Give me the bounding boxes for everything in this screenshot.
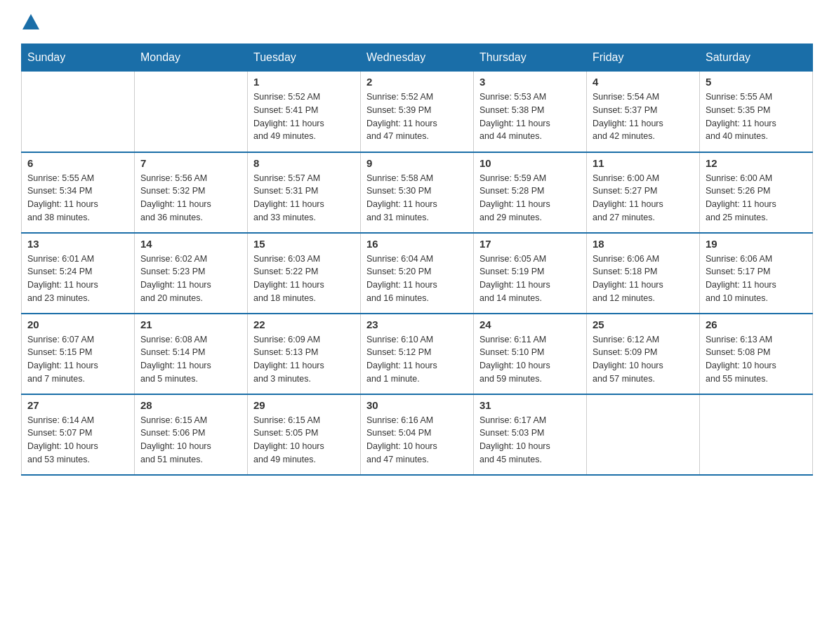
calendar-week-row: 20Sunrise: 6:07 AMSunset: 5:15 PMDayligh…	[22, 314, 813, 394]
calendar-cell: 28Sunrise: 6:15 AMSunset: 5:06 PMDayligh…	[135, 394, 248, 475]
day-info: Sunrise: 6:10 AMSunset: 5:12 PMDaylight:…	[366, 333, 468, 386]
day-info: Sunrise: 6:06 AMSunset: 5:17 PMDaylight:…	[706, 253, 807, 305]
day-number: 3	[479, 76, 581, 88]
day-info: Sunrise: 6:11 AMSunset: 5:10 PMDaylight:…	[479, 333, 581, 386]
calendar-cell	[700, 394, 813, 475]
day-number: 14	[140, 238, 241, 250]
day-info: Sunrise: 6:03 AMSunset: 5:22 PMDaylight:…	[253, 253, 355, 305]
calendar-cell: 24Sunrise: 6:11 AMSunset: 5:10 PMDayligh…	[474, 314, 587, 394]
day-info: Sunrise: 6:00 AMSunset: 5:27 PMDaylight:…	[593, 172, 694, 224]
calendar-cell: 25Sunrise: 6:12 AMSunset: 5:09 PMDayligh…	[587, 314, 700, 394]
calendar-cell: 18Sunrise: 6:06 AMSunset: 5:18 PMDayligh…	[587, 233, 700, 314]
calendar-cell: 2Sunrise: 5:52 AMSunset: 5:39 PMDaylight…	[361, 72, 474, 152]
calendar-cell: 31Sunrise: 6:17 AMSunset: 5:03 PMDayligh…	[474, 394, 587, 475]
day-info: Sunrise: 5:56 AMSunset: 5:32 PMDaylight:…	[140, 172, 241, 224]
calendar-cell: 29Sunrise: 6:15 AMSunset: 5:05 PMDayligh…	[248, 394, 361, 475]
day-number: 10	[479, 157, 581, 169]
calendar-cell: 23Sunrise: 6:10 AMSunset: 5:12 PMDayligh…	[361, 314, 474, 394]
calendar-cell: 1Sunrise: 5:52 AMSunset: 5:41 PMDaylight…	[248, 72, 361, 152]
calendar-cell: 14Sunrise: 6:02 AMSunset: 5:23 PMDayligh…	[135, 233, 248, 314]
calendar-week-row: 13Sunrise: 6:01 AMSunset: 5:24 PMDayligh…	[22, 233, 813, 314]
calendar-cell	[22, 72, 135, 152]
calendar-cell: 7Sunrise: 5:56 AMSunset: 5:32 PMDaylight…	[135, 152, 248, 233]
day-number: 7	[140, 157, 241, 169]
calendar-cell: 5Sunrise: 5:55 AMSunset: 5:35 PMDaylight…	[700, 72, 813, 152]
day-number: 28	[140, 399, 241, 411]
day-number: 23	[366, 318, 468, 330]
calendar-week-row: 27Sunrise: 6:14 AMSunset: 5:07 PMDayligh…	[22, 394, 813, 475]
calendar-cell: 16Sunrise: 6:04 AMSunset: 5:20 PMDayligh…	[361, 233, 474, 314]
calendar-cell: 27Sunrise: 6:14 AMSunset: 5:07 PMDayligh…	[22, 394, 135, 475]
weekday-header-saturday: Saturday	[700, 44, 813, 72]
calendar-cell: 30Sunrise: 6:16 AMSunset: 5:04 PMDayligh…	[361, 394, 474, 475]
calendar-week-row: 6Sunrise: 5:55 AMSunset: 5:34 PMDaylight…	[22, 152, 813, 233]
calendar-cell: 8Sunrise: 5:57 AMSunset: 5:31 PMDaylight…	[248, 152, 361, 233]
day-info: Sunrise: 5:57 AMSunset: 5:31 PMDaylight:…	[253, 172, 355, 224]
page-header	[21, 14, 813, 29]
day-number: 4	[593, 76, 694, 88]
calendar-cell: 4Sunrise: 5:54 AMSunset: 5:37 PMDaylight…	[587, 72, 700, 152]
day-info: Sunrise: 6:15 AMSunset: 5:06 PMDaylight:…	[140, 414, 241, 467]
day-info: Sunrise: 6:16 AMSunset: 5:04 PMDaylight:…	[366, 414, 468, 467]
calendar-cell: 3Sunrise: 5:53 AMSunset: 5:38 PMDaylight…	[474, 72, 587, 152]
day-number: 9	[366, 157, 468, 169]
calendar-cell: 15Sunrise: 6:03 AMSunset: 5:22 PMDayligh…	[248, 233, 361, 314]
logo-text	[21, 14, 41, 29]
day-number: 16	[366, 238, 468, 250]
day-number: 24	[479, 318, 581, 330]
day-info: Sunrise: 6:00 AMSunset: 5:26 PMDaylight:…	[706, 172, 807, 224]
weekday-header-friday: Friday	[587, 44, 700, 72]
day-info: Sunrise: 6:07 AMSunset: 5:15 PMDaylight:…	[27, 333, 128, 386]
day-number: 17	[479, 238, 581, 250]
day-info: Sunrise: 5:53 AMSunset: 5:38 PMDaylight:…	[479, 90, 581, 143]
day-info: Sunrise: 6:02 AMSunset: 5:23 PMDaylight:…	[140, 253, 241, 305]
calendar-table: SundayMondayTuesdayWednesdayThursdayFrid…	[21, 43, 813, 476]
day-number: 27	[27, 399, 128, 411]
day-info: Sunrise: 6:15 AMSunset: 5:05 PMDaylight:…	[253, 414, 355, 467]
logo-triangle-icon	[22, 14, 39, 29]
calendar-week-row: 1Sunrise: 5:52 AMSunset: 5:41 PMDaylight…	[22, 72, 813, 152]
calendar-cell	[135, 72, 248, 152]
day-number: 26	[706, 318, 807, 330]
day-number: 31	[479, 399, 581, 411]
calendar-cell	[587, 394, 700, 475]
day-number: 12	[706, 157, 807, 169]
calendar-cell: 12Sunrise: 6:00 AMSunset: 5:26 PMDayligh…	[700, 152, 813, 233]
calendar-cell: 11Sunrise: 6:00 AMSunset: 5:27 PMDayligh…	[587, 152, 700, 233]
day-number: 20	[27, 318, 128, 330]
day-info: Sunrise: 5:54 AMSunset: 5:37 PMDaylight:…	[593, 90, 694, 143]
day-info: Sunrise: 5:58 AMSunset: 5:30 PMDaylight:…	[366, 172, 468, 224]
day-info: Sunrise: 6:14 AMSunset: 5:07 PMDaylight:…	[27, 414, 128, 467]
day-number: 13	[27, 238, 128, 250]
day-number: 21	[140, 318, 241, 330]
day-number: 19	[706, 238, 807, 250]
day-info: Sunrise: 5:52 AMSunset: 5:41 PMDaylight:…	[253, 90, 355, 143]
weekday-header-wednesday: Wednesday	[361, 44, 474, 72]
day-info: Sunrise: 5:59 AMSunset: 5:28 PMDaylight:…	[479, 172, 581, 224]
day-number: 6	[27, 157, 128, 169]
calendar-cell: 9Sunrise: 5:58 AMSunset: 5:30 PMDaylight…	[361, 152, 474, 233]
day-number: 18	[593, 238, 694, 250]
day-info: Sunrise: 6:06 AMSunset: 5:18 PMDaylight:…	[593, 253, 694, 305]
weekday-header-monday: Monday	[135, 44, 248, 72]
day-info: Sunrise: 6:04 AMSunset: 5:20 PMDaylight:…	[366, 253, 468, 305]
weekday-header-tuesday: Tuesday	[248, 44, 361, 72]
day-info: Sunrise: 5:55 AMSunset: 5:35 PMDaylight:…	[706, 90, 807, 143]
day-number: 1	[253, 76, 355, 88]
day-info: Sunrise: 6:12 AMSunset: 5:09 PMDaylight:…	[593, 333, 694, 386]
calendar-header: SundayMondayTuesdayWednesdayThursdayFrid…	[22, 44, 813, 72]
day-number: 29	[253, 399, 355, 411]
calendar-cell: 10Sunrise: 5:59 AMSunset: 5:28 PMDayligh…	[474, 152, 587, 233]
day-info: Sunrise: 6:01 AMSunset: 5:24 PMDaylight:…	[27, 253, 128, 305]
day-info: Sunrise: 5:52 AMSunset: 5:39 PMDaylight:…	[366, 90, 468, 143]
day-info: Sunrise: 6:05 AMSunset: 5:19 PMDaylight:…	[479, 253, 581, 305]
day-info: Sunrise: 6:17 AMSunset: 5:03 PMDaylight:…	[479, 414, 581, 467]
day-info: Sunrise: 5:55 AMSunset: 5:34 PMDaylight:…	[27, 172, 128, 224]
calendar-cell: 19Sunrise: 6:06 AMSunset: 5:17 PMDayligh…	[700, 233, 813, 314]
day-number: 8	[253, 157, 355, 169]
calendar-cell: 6Sunrise: 5:55 AMSunset: 5:34 PMDaylight…	[22, 152, 135, 233]
day-number: 22	[253, 318, 355, 330]
day-info: Sunrise: 6:08 AMSunset: 5:14 PMDaylight:…	[140, 333, 241, 386]
day-number: 25	[593, 318, 694, 330]
calendar-cell: 22Sunrise: 6:09 AMSunset: 5:13 PMDayligh…	[248, 314, 361, 394]
